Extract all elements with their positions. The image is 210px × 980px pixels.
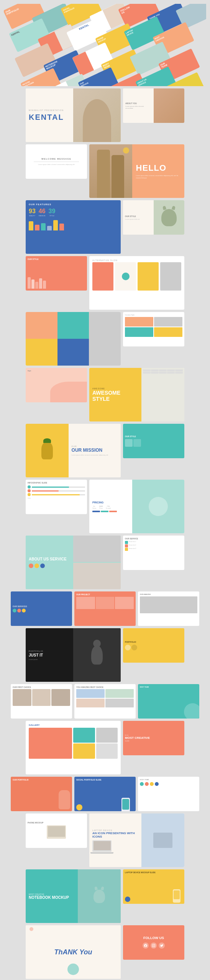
- cat-label: Our Style: [125, 215, 152, 217]
- alt-label: ALTERNATIVE SLIDE: [92, 259, 181, 261]
- slide-portfolio-dark[interactable]: Portfolio JUST IT Lorem ipsum: [26, 628, 121, 682]
- slide-phone[interactable]: SOCIAL PORTFOLIO SLIDE: [74, 777, 136, 811]
- slide-hello[interactable]: HELLO Lorem ipsum dolor sit amet, consec…: [89, 144, 184, 198]
- diagonal-section: OURPORTFOLIO SOCIALPORTFOLIO FOLLOWUS TH…: [4, 4, 206, 86]
- slide-you-amazing[interactable]: PORTFOLIO: [123, 628, 184, 663]
- welcome-label: Welcome Message: [41, 158, 71, 160]
- social-title: MOST CREATIVE: [125, 736, 182, 740]
- slide-notebook[interactable]: PHONE MOCKUP: [26, 813, 87, 848]
- about-service-title: ABOUT US SERVICE: [29, 557, 70, 561]
- pricing-label: PRICING: [92, 501, 129, 504]
- gallery-label: YOU AMAZING BEST CHOICE: [76, 686, 134, 688]
- row-2: Welcome Message Lorem ipsum dolor sit am…: [4, 144, 206, 198]
- slide-teal-small[interactable]: Our Style: [123, 424, 184, 458]
- slide-about-service[interactable]: ABOUT US SERVICE: [26, 536, 121, 589]
- slide-mission[interactable]: OUR OUR MISSION Lorem ipsum dolor sit am…: [26, 424, 121, 477]
- slide-our-service[interactable]: OUR SERVICE Service item 1 Service item …: [123, 536, 184, 570]
- amazing-label: OUR AMAZING: [140, 593, 197, 595]
- social-icon-2[interactable]: [151, 942, 157, 949]
- phone-2-label: LAPTOP DEVICE MOCKUP SLIDE: [125, 871, 182, 874]
- price-sub-1: Years: [92, 507, 96, 509]
- slide-kental-cat[interactable]: MOST CREATIVE NOTEBOOK MOCKUP: [26, 869, 121, 923]
- price-sub-3: Growth: [106, 507, 111, 509]
- row-4: Our Style ALTERNATIVE SLIDE: [4, 256, 206, 310]
- slide-welcome[interactable]: Welcome Message Lorem ipsum dolor sit am…: [26, 144, 87, 179]
- features-label: OUR FEATURES: [29, 203, 118, 206]
- feat-num-1: 93: [29, 208, 36, 215]
- feat-label-1: BEAUTY: [29, 215, 36, 217]
- row-9: ABOUT US SERVICE OUR: [4, 536, 206, 589]
- slide-about[interactable]: About You Lorem ipsum dolor sit amet con…: [123, 88, 184, 123]
- project-label: OUR PROJECT: [76, 593, 134, 596]
- kental-cat-title: NOTEBOOK MOCKUP: [29, 895, 75, 900]
- follow-us-text: FOLLOW US: [143, 936, 164, 940]
- row-11: Portfolio JUST IT Lorem ipsum PORTFOLIO: [4, 628, 206, 682]
- slide-pink[interactable]: Style: [26, 368, 87, 402]
- slide-follow-us[interactable]: FOLLOW US: [123, 925, 184, 960]
- row-15: PHONE MOCKUP LAPTOP DEVICE AN ICON PRESE…: [4, 813, 206, 867]
- thank-you-text: ThANK You: [54, 948, 92, 956]
- about-label: About You: [125, 102, 151, 105]
- row-14: OUR PORTFOLIO SOCIAL PORTFOLIO SLIDE: [4, 777, 206, 811]
- row-13: GALLERY: [4, 721, 206, 774]
- price-sub-2: Price: [99, 507, 103, 509]
- slide-creative[interactable]: [26, 312, 121, 366]
- row-6: Style AWESOME AWESOME STYLE: [4, 368, 206, 421]
- row-5: Creative Style: [4, 312, 206, 366]
- slide-blocks[interactable]: Creative Style: [123, 312, 184, 346]
- you-amazing-label: PORTFOLIO: [125, 641, 182, 643]
- feat-label-3: STYLE: [49, 215, 56, 217]
- our-portfolio-label: GALLERY: [29, 724, 118, 726]
- slide-gallery[interactable]: YOU AMAZING BEST CHOICE: [74, 684, 136, 719]
- cat-text: Lorem ipsum dolor sit: [125, 218, 152, 220]
- slide-phone-2[interactable]: LAPTOP DEVICE MOCKUP SLIDE: [123, 869, 184, 904]
- slide-awesome[interactable]: AWESOME AWESOME STYLE: [89, 368, 184, 421]
- feat-num-2: 46: [39, 208, 46, 215]
- social-icon-3[interactable]: [159, 942, 165, 949]
- infographic-sub: 71%: [28, 497, 85, 499]
- slide-services-blue[interactable]: OUR SERVICES: [11, 591, 72, 626]
- slide-body-team[interactable]: OUR PORTFOLIO: [11, 777, 72, 811]
- row-10: OUR SERVICES OUR PROJECT: [4, 591, 206, 626]
- social-icon-1[interactable]: [143, 942, 149, 949]
- teal-label: Our Style: [125, 435, 182, 438]
- hello-text: HELLO: [136, 163, 180, 173]
- mission-title: OUR MISSION: [72, 448, 118, 453]
- slide-social[interactable]: DIG MOST CREATIVE SLIDE: [123, 721, 184, 755]
- portfolio-dark-text: Lorem ipsum: [29, 658, 70, 660]
- row-16: MOST CREATIVE NOTEBOOK MOCKUP LAPTOP: [4, 869, 206, 923]
- feat-num-3: 39: [49, 208, 56, 215]
- services-blue-label: OUR SERVICES: [13, 605, 70, 608]
- slide-features[interactable]: OUR FEATURES 93 BEAUTY 46 FASHION 39 STY: [26, 200, 121, 254]
- slide-amazing[interactable]: OUR AMAZING: [138, 591, 199, 626]
- slide-our-portfolio[interactable]: GALLERY: [26, 721, 121, 774]
- our-service-label: OUR SERVICE: [125, 537, 182, 540]
- slide-kental[interactable]: MINIMALIST PRESENTATION KENTAL: [26, 88, 121, 142]
- phone-label: SOCIAL PORTFOLIO SLIDE: [76, 779, 134, 781]
- slide-infographic[interactable]: INFOGRAPHIC SLIDE: [26, 480, 87, 514]
- page-wrapper: OURPORTFOLIO SOCIALPORTFOLIO FOLLOWUS TH…: [0, 0, 210, 980]
- most-creative-label: BEST TEAM: [140, 686, 197, 688]
- slide-alternative[interactable]: ALTERNATIVE SLIDE: [89, 256, 184, 310]
- slide-project[interactable]: OUR PROJECT: [74, 591, 136, 626]
- slide-thank-you[interactable]: ThANK You: [26, 925, 121, 979]
- row-12: OUR FIRST CHOICE YOU AMAZING BEST CHOICE: [4, 684, 206, 719]
- slide-most-creative[interactable]: BEST TEAM: [138, 684, 199, 719]
- slides-grid: MINIMALIST PRESENTATION KENTAL About Yo: [4, 88, 206, 979]
- slide-cat[interactable]: Our Style Lorem ipsum dolor sit: [123, 200, 184, 235]
- arch-label: Our Style: [28, 258, 85, 260]
- mission-body: Lorem ipsum dolor sit amet consectetur a…: [72, 454, 118, 456]
- slide-pricing[interactable]: PRICING 8+ Years $999 Price 71%: [89, 480, 184, 533]
- laptop-title: AN ICON PRESENTING WITH ICONS: [92, 831, 138, 838]
- an-icon-label: BODY TEAM: [140, 779, 197, 781]
- feat-label-2: FASHION: [39, 215, 46, 217]
- slide-team[interactable]: OUR FIRST CHOICE: [11, 684, 72, 719]
- portfolio-dark-label: Portfolio: [29, 650, 70, 652]
- row-7: OUR OUR MISSION Lorem ipsum dolor sit am…: [4, 424, 206, 477]
- awesome-title: AWESOME STYLE: [92, 390, 138, 402]
- slide-arch[interactable]: Our Style: [26, 256, 87, 291]
- slide-an-icon[interactable]: BODY TEAM: [138, 777, 199, 811]
- slide-laptop[interactable]: LAPTOP DEVICE AN ICON PRESENTING WITH IC…: [89, 813, 184, 867]
- team-label: OUR FIRST CHOICE: [13, 686, 70, 688]
- about-text: Lorem ipsum dolor sit amet consectetur: [125, 105, 151, 109]
